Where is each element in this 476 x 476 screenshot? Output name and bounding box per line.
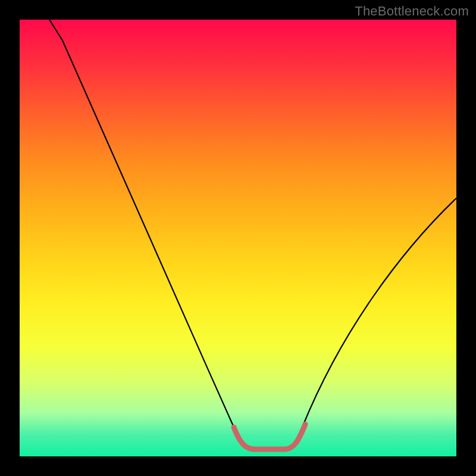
watermark-text: TheBottleneck.com bbox=[355, 4, 469, 19]
chart-frame: TheBottleneck.com bbox=[0, 0, 476, 476]
bottleneck-curve bbox=[49, 20, 456, 448]
flat-bottom-band bbox=[234, 424, 305, 449]
curve-layer bbox=[20, 20, 456, 456]
plot-area bbox=[20, 20, 456, 456]
